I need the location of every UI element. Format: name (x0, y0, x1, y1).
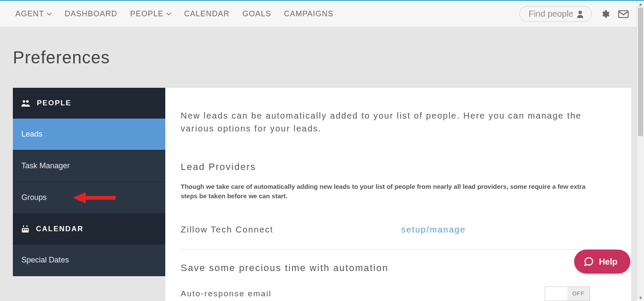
scroll-down-arrow-icon[interactable]: ▼ (637, 295, 644, 300)
svg-rect-10 (25, 229, 26, 230)
svg-marker-4 (73, 192, 86, 203)
provider-name: Zillow Tech Connect (181, 225, 401, 235)
sidebar-item-label: Special Dates (21, 256, 69, 264)
sidebar-item-label: Task Manager (21, 161, 70, 170)
svg-rect-6 (22, 226, 29, 228)
nav-dashboard[interactable]: DASHBOARD (65, 9, 117, 18)
sidebar-header-people-label: PEOPLE (37, 99, 72, 107)
nav-people-label: PEOPLE (130, 9, 164, 18)
find-people-label: Find people (528, 9, 573, 19)
automation-row-label: Auto-response email (181, 289, 271, 298)
page-scrollbar[interactable]: ▲ ▼ (637, 1, 644, 301)
svg-point-0 (578, 11, 582, 14)
scroll-thumb[interactable] (638, 8, 643, 136)
sidebar-item-task-manager[interactable]: Task Manager (13, 150, 165, 182)
sidebar-item-groups[interactable]: Groups (13, 182, 165, 214)
sidebar-header-calendar: CALENDAR (13, 214, 165, 244)
nav-left: AGENT DASHBOARD PEOPLE CALENDAR GOALS (15, 9, 334, 18)
svg-point-1 (23, 100, 25, 103)
viewport: AGENT DASHBOARD PEOPLE CALENDAR GOALS (0, 0, 644, 301)
scroll-up-arrow-icon[interactable]: ▲ (637, 2, 644, 6)
chevron-down-icon (166, 12, 171, 17)
provider-row: Zillow Tech Connect setup/manage (181, 225, 616, 250)
nav-dashboard-label: DASHBOARD (65, 9, 117, 18)
lead-providers-sub: Though we take care of automatically add… (181, 182, 592, 201)
nav-agent-label: AGENT (15, 9, 44, 18)
auto-response-toggle[interactable]: OFF (545, 286, 590, 301)
find-people-button[interactable]: Find people (519, 6, 592, 22)
sidebar: PEOPLE Leads Task Manager Groups (13, 88, 165, 276)
nav-calendar[interactable]: CALENDAR (184, 9, 230, 18)
top-nav: AGENT DASHBOARD PEOPLE CALENDAR GOALS (0, 1, 644, 27)
chevron-down-icon (47, 12, 52, 17)
lead-providers-heading: Lead Providers (181, 161, 616, 173)
nav-agent[interactable]: AGENT (15, 9, 52, 18)
svg-rect-7 (23, 225, 24, 227)
person-icon (577, 10, 584, 18)
people-icon (21, 100, 30, 107)
automation-row: Auto-response email OFF (181, 286, 616, 301)
calendar-icon (21, 225, 29, 233)
provider-setup-link[interactable]: setup/manage (401, 225, 466, 235)
nav-people[interactable]: PEOPLE (130, 9, 171, 18)
help-button[interactable]: Help (574, 250, 630, 274)
content-row: PEOPLE Leads Task Manager Groups (0, 88, 644, 301)
sidebar-item-special-dates[interactable]: Special Dates (13, 244, 165, 276)
sidebar-header-people: PEOPLE (13, 88, 165, 119)
automation-heading: Save some precious time with automation (181, 262, 616, 274)
sidebar-item-label: Leads (21, 130, 42, 138)
nav-campaigns-label: CAMPAIGNS (284, 9, 334, 18)
chat-icon (584, 256, 594, 267)
nav-goals-label: GOALS (242, 9, 271, 18)
intro-text: New leads can be automatically added to … (181, 109, 616, 135)
svg-rect-11 (27, 229, 28, 230)
sidebar-item-label: Groups (21, 193, 47, 202)
toggle-on-half (545, 287, 567, 301)
help-label: Help (599, 257, 617, 267)
page-title: Preferences (0, 27, 644, 88)
svg-point-2 (26, 100, 29, 103)
mail-icon[interactable] (618, 10, 629, 18)
toggle-off-half: OFF (567, 287, 590, 301)
nav-campaigns[interactable]: CAMPAIGNS (284, 9, 334, 18)
nav-goals[interactable]: GOALS (242, 9, 271, 18)
nav-calendar-label: CALENDAR (184, 9, 230, 18)
annotation-arrow-icon (73, 191, 116, 205)
main-panel: New leads can be automatically added to … (165, 88, 631, 301)
svg-rect-9 (23, 229, 24, 230)
gear-icon[interactable] (600, 9, 610, 19)
svg-rect-8 (27, 225, 27, 227)
nav-right: Find people (519, 6, 629, 22)
sidebar-header-calendar-label: CALENDAR (36, 225, 83, 233)
sidebar-item-leads[interactable]: Leads (13, 119, 165, 150)
